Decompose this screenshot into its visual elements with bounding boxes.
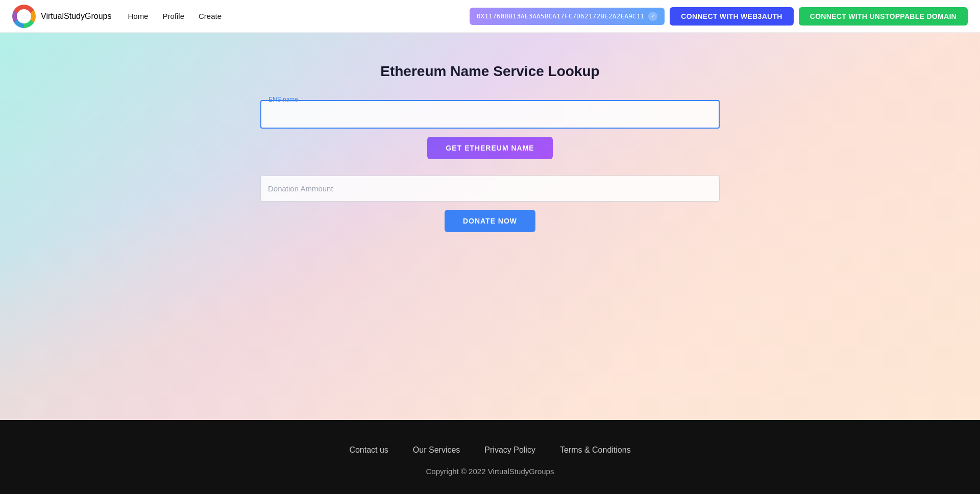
brand[interactable]: VirtualStudyGroups [12, 5, 111, 28]
navbar-right: 0X11760DB13AE3AA5BCA17FC7D62172BE2A2EA9C… [470, 7, 968, 26]
footer: Contact us Our Services Privacy Policy T… [0, 420, 980, 494]
page-title: Ethereum Name Service Lookup [380, 63, 599, 80]
footer-terms[interactable]: Terms & Conditions [560, 446, 631, 455]
ens-label: ENS name [266, 96, 300, 103]
footer-privacy[interactable]: Privacy Policy [484, 446, 535, 455]
navbar: VirtualStudyGroups Home Profile Create 0… [0, 0, 980, 33]
nav-create[interactable]: Create [199, 12, 222, 20]
donate-now-button[interactable]: DONATE NOW [445, 210, 535, 232]
ens-lookup-card: ENS name GET ETHEREUM NAME [260, 100, 720, 159]
logo-icon [12, 5, 36, 28]
nav-home[interactable]: Home [128, 12, 148, 20]
footer-services[interactable]: Our Services [413, 446, 460, 455]
ens-input[interactable] [262, 103, 718, 127]
donation-amount-input[interactable] [260, 176, 720, 202]
connect-web3auth-button[interactable]: CONNECT WITH WEB3AUTH [670, 7, 793, 26]
content-center: Ethereum Name Service Lookup ENS name GE… [260, 63, 720, 232]
ens-input-wrapper: ENS name [260, 100, 720, 129]
brand-name: VirtualStudyGroups [41, 12, 111, 21]
footer-copyright: Copyright © 2022 VirtualStudyGroups [426, 467, 554, 476]
connect-unstoppable-button[interactable]: CONNECT WITH UNSTOPPABLE DOMAIN [799, 7, 968, 26]
footer-contact[interactable]: Contact us [349, 446, 388, 455]
wallet-address-text: 0X11760DB13AE3AA5BCA17FC7D62172BE2A2EA9C… [477, 12, 645, 20]
wallet-check-icon: ✓ [648, 12, 657, 21]
wallet-address-badge: 0X11760DB13AE3AA5BCA17FC7D62172BE2A2EA9C… [470, 8, 665, 25]
get-ethereum-name-button[interactable]: GET ETHEREUM NAME [427, 137, 552, 159]
donation-card: DONATE NOW [260, 176, 720, 232]
nav-links: Home Profile Create [128, 12, 222, 20]
nav-profile[interactable]: Profile [162, 12, 184, 20]
main-content: Ethereum Name Service Lookup ENS name GE… [0, 33, 980, 420]
footer-links: Contact us Our Services Privacy Policy T… [349, 446, 630, 455]
